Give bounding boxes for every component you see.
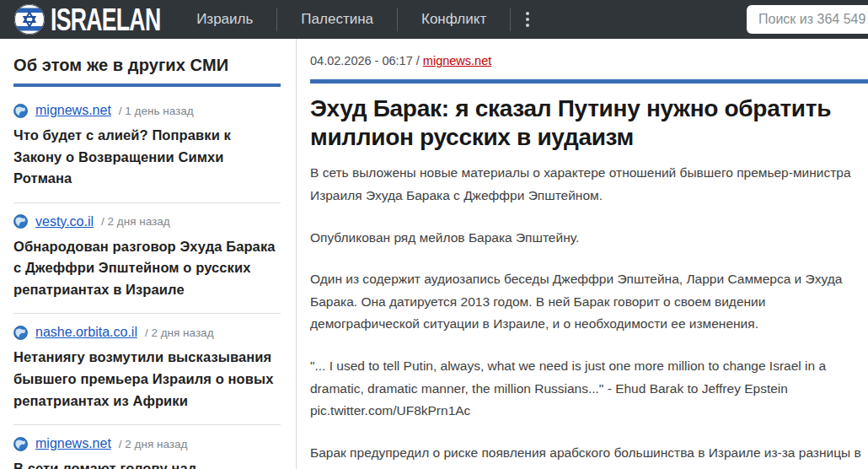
time-ago-label: / 1 день назад: [119, 105, 194, 117]
article-source-link[interactable]: mignews.net: [423, 54, 491, 67]
globe-favicon-icon: [13, 104, 28, 118]
related-headline[interactable]: Что будет с алией? Поправки к Закону о В…: [13, 125, 281, 190]
article-paragraph: "... I used to tell Putin, always, what …: [310, 355, 862, 423]
time-ago-label: / 2 дня назад: [145, 326, 214, 339]
nav-item-conflict[interactable]: Конфликт: [398, 0, 510, 39]
site-brand-name: ISRAELAN: [51, 4, 160, 35]
sidebar-title: Об этом же в других СМИ: [13, 56, 281, 75]
israel-flag-icon: [13, 3, 46, 35]
article-body: В сеть выложены новые материалы о характ…: [310, 162, 868, 469]
related-headline[interactable]: Нетаниягу возмутили высказывания бывшего…: [13, 347, 281, 412]
search-input[interactable]: [747, 5, 868, 34]
related-news-item[interactable]: mignews.net / 2 дня назад В сети ломают …: [13, 425, 281, 469]
article-paragraph: Опубликован ряд мейлов Барака Эпштейну.: [310, 227, 862, 250]
source-link[interactable]: mignews.net: [35, 103, 111, 118]
globe-favicon-icon: [13, 326, 28, 340]
main-nav: Израиль Палестина Конфликт: [173, 0, 544, 39]
article-title: Эхуд Барак: я сказал Путину нужно обрати…: [310, 94, 858, 151]
time-ago-label: / 2 дня назад: [101, 215, 170, 228]
more-menu-kebab-icon[interactable]: [511, 3, 544, 35]
related-news-item[interactable]: nashe.orbita.co.il / 2 дня назад Нетания…: [13, 314, 281, 425]
article-paragraph: В сеть выложены новые материалы о характ…: [310, 162, 862, 207]
article-paragraph: Барак предупредил о риске появления араб…: [310, 442, 862, 469]
globe-favicon-icon: [13, 437, 28, 451]
source-link[interactable]: vesty.co.il: [35, 214, 94, 229]
source-link[interactable]: mignews.net: [35, 436, 111, 451]
related-news-sidebar: Об этом же в других СМИ mignews.net / 1 …: [0, 39, 297, 469]
nav-item-palestine[interactable]: Палестина: [277, 0, 397, 39]
article-meta: 04.02.2026 - 06:17 / mignews.net: [310, 54, 868, 67]
content-area: Об этом же в других СМИ mignews.net / 1 …: [0, 39, 868, 469]
article-main: 04.02.2026 - 06:17 / mignews.net Эхуд Ба…: [297, 39, 868, 469]
nav-item-israel[interactable]: Израиль: [173, 0, 276, 39]
related-headline[interactable]: В сети ломают голову над загадочными тви…: [13, 458, 281, 469]
globe-favicon-icon: [13, 214, 28, 229]
article-date: 04.02.2026 - 06:17 /: [310, 54, 420, 67]
article-paragraph: Один из содержит аудиозапись беседы Джеф…: [310, 268, 862, 336]
time-ago-label: / 2 дня назад: [119, 438, 188, 450]
related-headline[interactable]: Обнародован разговор Эхуда Барака с Джеф…: [13, 236, 281, 301]
related-news-item[interactable]: vesty.co.il / 2 дня назад Обнародован ра…: [13, 203, 281, 315]
top-navbar: ISRAELAN Израиль Палестина Конфликт: [0, 0, 868, 39]
related-news-item[interactable]: mignews.net / 1 день назад Что будет с а…: [13, 92, 281, 203]
source-link[interactable]: nashe.orbita.co.il: [35, 325, 137, 340]
page: ISRAELAN Израиль Палестина Конфликт Об э…: [0, 0, 868, 469]
sidebar-title-underline: [13, 84, 281, 87]
article-title-underline: [310, 79, 868, 84]
